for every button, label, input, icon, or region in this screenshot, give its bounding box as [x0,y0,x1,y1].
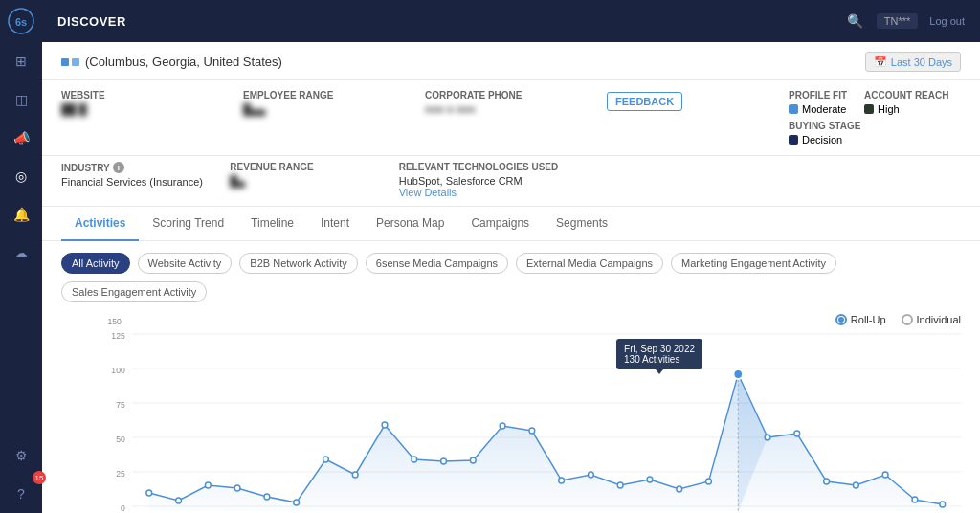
website-value: ██ █ [61,103,232,115]
filter-website-activity[interactable]: Website Activity [138,253,233,274]
settings-icon[interactable]: ⚙ [0,436,42,475]
filter-marketing-engagement[interactable]: Marketing Engagement Activity [671,253,836,274]
profile-fit-item: Profile Fit Moderate [789,90,847,115]
svg-text:50: 50 [116,435,125,444]
profile-fit-label: Profile Fit [789,90,847,100]
svg-point-43 [912,497,918,502]
svg-point-33 [617,482,623,488]
svg-text:100: 100 [111,366,125,375]
svg-text:0: 0 [121,503,125,513]
profile-fit-badge: Moderate [789,103,847,115]
search-button[interactable]: 🔍 [846,11,865,31]
svg-point-36 [706,479,712,484]
topbar-title: DISCOVER [57,14,126,29]
corporate-phone-label: Corporate Phone [425,90,595,100]
svg-point-39 [794,431,800,436]
tab-intent[interactable]: Intent [307,207,363,241]
profile-fit-value: Moderate [802,103,846,115]
revenue-range-col: Revenue Range █▄ [230,162,398,198]
grid-icon[interactable]: ⊞ [0,42,42,80]
info-grid-2: Industry i Financial Services (Insurance… [42,156,980,207]
account-name: TN*** [877,13,919,29]
tab-activities[interactable]: Activities [61,207,139,241]
svg-text:150: 150 [107,317,122,326]
svg-point-38 [765,435,770,440]
profile-section: Profile Fit Moderate Account Reach High [789,90,961,145]
account-reach-label: Account Reach [864,90,948,100]
tab-timeline[interactable]: Timeline [237,207,307,241]
spacer-col [724,162,961,198]
svg-point-18 [176,498,182,503]
calendar-icon: 📅 [874,56,887,68]
cloud-icon[interactable]: ☁ [0,234,42,272]
svg-point-20 [234,485,240,491]
activity-section: All Activity Website Activity B2B Networ… [42,241,980,513]
account-reach-item: Account Reach High [864,90,948,115]
filter-sales-engagement[interactable]: Sales Engagement Activity [61,281,207,302]
industry-label: Industry i [61,162,218,173]
svg-text:125: 125 [111,331,125,341]
svg-point-42 [882,472,888,478]
svg-text:25: 25 [116,469,125,479]
target-icon[interactable]: ◎ [0,157,42,195]
svg-point-25 [382,422,388,428]
view-details-link[interactable]: View Details [399,187,714,198]
account-reach-dot [864,104,874,114]
industry-info-icon: i [113,162,124,173]
info-grid: Website ██ █ Employee Range █▄▄ Corporat… [42,80,980,156]
svg-point-26 [412,457,417,462]
location-icon-2 [72,58,79,66]
buying-stage-value: Decision [802,134,842,145]
svg-point-41 [853,482,858,488]
rollup-radio[interactable]: Roll-Up [835,314,886,325]
tab-campaigns[interactable]: Campaigns [457,207,543,241]
individual-radio-circle [902,314,913,325]
tabs-bar: Activities Scoring Trend Timeline Intent… [42,207,980,241]
account-reach-value: High [878,103,900,115]
location-text: (Columbus, Georgia, United States) [85,55,282,69]
svg-point-19 [205,482,211,488]
relevant-tech-label: Relevant Technologies Used [399,162,714,172]
filter-external-media[interactable]: External Media Campaigns [516,253,663,274]
layers-icon[interactable]: ◫ [0,80,42,119]
tab-persona-map[interactable]: Persona Map [363,207,457,241]
revenue-range-value: █▄ [230,175,387,187]
svg-point-34 [647,477,653,482]
relevant-tech-col: Relevant Technologies Used HubSpot, Sale… [399,162,725,198]
main-area: DISCOVER 🔍 TN*** Log out (Columbus, Geor… [42,0,980,513]
chart-container: Fri, Sep 30 2022 130 Activities 0 25 [61,329,961,513]
filter-all-activity[interactable]: All Activity [61,253,130,274]
content-area: (Columbus, Georgia, United States) 📅 Las… [42,42,980,513]
bell-icon[interactable]: 🔔 [0,195,42,234]
logout-button[interactable]: Log out [929,15,965,27]
filter-6sense-media[interactable]: 6sense Media Campaigns [366,253,508,274]
help-icon[interactable]: ? 15 [0,475,42,513]
megaphone-icon[interactable]: 📣 [0,119,42,157]
date-range-button[interactable]: 📅 Last 30 Days [865,52,961,72]
location-icon [61,58,69,66]
industry-value: Financial Services (Insurance) [61,176,218,188]
tab-scoring-trend[interactable]: Scoring Trend [139,207,237,241]
relevant-tech-line1: HubSpot, Salesforce CRM [399,175,714,187]
svg-text:6s: 6s [15,16,27,28]
individual-radio[interactable]: Individual [902,314,961,325]
svg-point-17 [146,490,152,496]
profile-fit-dot [789,104,798,114]
website-col: Website ██ █ [61,90,243,145]
buying-stage-dot [789,135,798,145]
activity-filters: All Activity Website Activity B2B Networ… [61,253,961,302]
buying-stage-badge: Decision [789,134,961,145]
feedback-button[interactable]: FEEDBACK [607,92,682,111]
feedback-col: FEEDBACK [607,90,789,145]
employee-range-label: Employee Range [243,90,413,100]
svg-point-32 [589,472,594,478]
tab-segments[interactable]: Segments [543,207,621,241]
account-reach-badge: High [864,103,948,115]
svg-point-29 [500,423,505,429]
website-label: Website [61,90,232,100]
individual-label: Individual [917,314,961,325]
filter-b2b-network[interactable]: B2B Network Activity [239,253,357,274]
chart-controls: Roll-Up Individual [61,314,961,325]
revenue-range-label: Revenue Range [230,162,387,172]
svg-point-31 [559,478,565,483]
